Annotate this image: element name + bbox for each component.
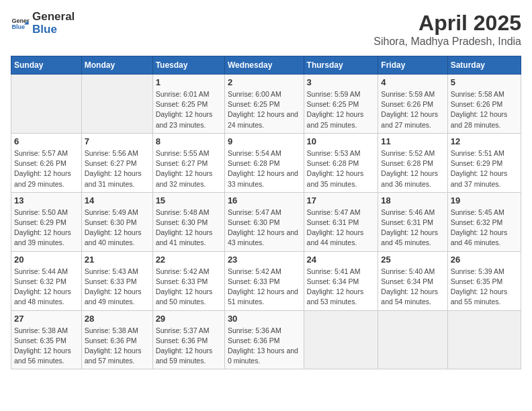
- cell-date: 14: [85, 195, 150, 205]
- cell-date: 7: [85, 136, 150, 146]
- cell-date: 25: [381, 255, 444, 265]
- main-title: April 2025: [373, 11, 521, 36]
- weekday-header: Tuesday: [152, 56, 224, 75]
- cell-date: 28: [85, 314, 150, 324]
- title-area: April 2025 Sihora, Madhya Pradesh, India: [373, 11, 521, 48]
- calendar-cell: 2Sunrise: 6:00 AM Sunset: 6:25 PM Daylig…: [224, 75, 304, 134]
- calendar-cell: 21Sunrise: 5:43 AM Sunset: 6:33 PM Dayli…: [81, 251, 152, 310]
- cell-date: 21: [85, 255, 150, 265]
- cell-info: Sunrise: 5:47 AM Sunset: 6:30 PM Dayligh…: [228, 208, 301, 248]
- calendar-cell: [447, 310, 521, 369]
- cell-info: Sunrise: 5:37 AM Sunset: 6:36 PM Dayligh…: [156, 326, 222, 367]
- calendar-cell: 13Sunrise: 5:50 AM Sunset: 6:29 PM Dayli…: [11, 192, 82, 251]
- svg-text:Blue: Blue: [11, 24, 25, 30]
- cell-date: 1: [156, 77, 222, 87]
- cell-info: Sunrise: 5:54 AM Sunset: 6:28 PM Dayligh…: [228, 148, 301, 189]
- calendar-cell: 6Sunrise: 5:57 AM Sunset: 6:26 PM Daylig…: [11, 133, 82, 192]
- calendar-cell: 9Sunrise: 5:54 AM Sunset: 6:28 PM Daylig…: [224, 133, 304, 192]
- calendar-cell: [378, 310, 447, 369]
- calendar-cell: 30Sunrise: 5:36 AM Sunset: 6:36 PM Dayli…: [224, 310, 304, 369]
- cell-info: Sunrise: 5:47 AM Sunset: 6:31 PM Dayligh…: [307, 208, 375, 248]
- cell-info: Sunrise: 5:46 AM Sunset: 6:31 PM Dayligh…: [381, 208, 444, 248]
- cell-info: Sunrise: 5:42 AM Sunset: 6:33 PM Dayligh…: [156, 267, 222, 308]
- logo-general-text: General: [32, 11, 75, 24]
- cell-info: Sunrise: 5:42 AM Sunset: 6:33 PM Dayligh…: [228, 267, 301, 308]
- cell-date: 20: [14, 255, 79, 265]
- weekday-header: Monday: [81, 56, 152, 75]
- calendar-cell: 23Sunrise: 5:42 AM Sunset: 6:33 PM Dayli…: [224, 251, 304, 310]
- cell-info: Sunrise: 5:57 AM Sunset: 6:26 PM Dayligh…: [14, 148, 79, 189]
- calendar-cell: 4Sunrise: 5:59 AM Sunset: 6:26 PM Daylig…: [378, 75, 447, 134]
- calendar-cell: 3Sunrise: 5:59 AM Sunset: 6:25 PM Daylig…: [304, 75, 378, 134]
- calendar-cell: 12Sunrise: 5:51 AM Sunset: 6:29 PM Dayli…: [447, 133, 521, 192]
- cell-date: 23: [228, 255, 301, 265]
- cell-info: Sunrise: 5:41 AM Sunset: 6:34 PM Dayligh…: [307, 267, 375, 308]
- cell-date: 15: [156, 195, 222, 205]
- calendar-week-row: 20Sunrise: 5:44 AM Sunset: 6:32 PM Dayli…: [11, 251, 521, 310]
- calendar-cell: 22Sunrise: 5:42 AM Sunset: 6:33 PM Dayli…: [152, 251, 224, 310]
- cell-date: 19: [451, 195, 518, 205]
- cell-date: 5: [451, 77, 518, 87]
- cell-info: Sunrise: 6:00 AM Sunset: 6:25 PM Dayligh…: [228, 89, 301, 130]
- calendar-cell: 1Sunrise: 6:01 AM Sunset: 6:25 PM Daylig…: [152, 75, 224, 134]
- calendar-week-row: 6Sunrise: 5:57 AM Sunset: 6:26 PM Daylig…: [11, 133, 521, 192]
- header: General Blue General Blue April 2025 Sih…: [11, 11, 521, 48]
- cell-date: 2: [228, 77, 301, 87]
- calendar-cell: 19Sunrise: 5:45 AM Sunset: 6:32 PM Dayli…: [447, 192, 521, 251]
- cell-date: 4: [381, 77, 444, 87]
- calendar-cell: 10Sunrise: 5:53 AM Sunset: 6:28 PM Dayli…: [304, 133, 378, 192]
- calendar-table: SundayMondayTuesdayWednesdayThursdayFrid…: [11, 56, 521, 369]
- calendar-cell: 29Sunrise: 5:37 AM Sunset: 6:36 PM Dayli…: [152, 310, 224, 369]
- calendar-cell: 16Sunrise: 5:47 AM Sunset: 6:30 PM Dayli…: [224, 192, 304, 251]
- weekday-header: Saturday: [447, 56, 521, 75]
- calendar-cell: 7Sunrise: 5:56 AM Sunset: 6:27 PM Daylig…: [81, 133, 152, 192]
- logo: General Blue General Blue: [11, 11, 75, 36]
- cell-info: Sunrise: 5:58 AM Sunset: 6:26 PM Dayligh…: [451, 89, 518, 130]
- cell-info: Sunrise: 5:55 AM Sunset: 6:27 PM Dayligh…: [156, 148, 222, 189]
- cell-date: 16: [228, 195, 301, 205]
- calendar-cell: 25Sunrise: 5:40 AM Sunset: 6:34 PM Dayli…: [378, 251, 447, 310]
- cell-date: 17: [307, 195, 375, 205]
- calendar-cell: 14Sunrise: 5:49 AM Sunset: 6:30 PM Dayli…: [81, 192, 152, 251]
- calendar-cell: 24Sunrise: 5:41 AM Sunset: 6:34 PM Dayli…: [304, 251, 378, 310]
- calendar-cell: [11, 75, 82, 134]
- cell-date: 26: [451, 255, 518, 265]
- calendar-cell: 11Sunrise: 5:52 AM Sunset: 6:28 PM Dayli…: [378, 133, 447, 192]
- calendar-cell: 5Sunrise: 5:58 AM Sunset: 6:26 PM Daylig…: [447, 75, 521, 134]
- cell-info: Sunrise: 5:39 AM Sunset: 6:35 PM Dayligh…: [451, 267, 518, 308]
- cell-info: Sunrise: 5:43 AM Sunset: 6:33 PM Dayligh…: [85, 267, 150, 308]
- cell-info: Sunrise: 5:51 AM Sunset: 6:29 PM Dayligh…: [451, 148, 518, 189]
- cell-info: Sunrise: 5:56 AM Sunset: 6:27 PM Dayligh…: [85, 148, 150, 189]
- cell-date: 13: [14, 195, 79, 205]
- weekday-header: Thursday: [304, 56, 378, 75]
- cell-info: Sunrise: 5:44 AM Sunset: 6:32 PM Dayligh…: [14, 267, 79, 308]
- weekday-header: Sunday: [11, 56, 82, 75]
- logo-icon: General Blue: [11, 14, 30, 33]
- calendar-week-row: 27Sunrise: 5:38 AM Sunset: 6:35 PM Dayli…: [11, 310, 521, 369]
- cell-info: Sunrise: 5:59 AM Sunset: 6:26 PM Dayligh…: [381, 89, 444, 130]
- cell-info: Sunrise: 5:52 AM Sunset: 6:28 PM Dayligh…: [381, 148, 444, 189]
- calendar-cell: 28Sunrise: 5:38 AM Sunset: 6:36 PM Dayli…: [81, 310, 152, 369]
- calendar-cell: 26Sunrise: 5:39 AM Sunset: 6:35 PM Dayli…: [447, 251, 521, 310]
- cell-info: Sunrise: 5:40 AM Sunset: 6:34 PM Dayligh…: [381, 267, 444, 308]
- cell-date: 18: [381, 195, 444, 205]
- subtitle: Sihora, Madhya Pradesh, India: [373, 36, 521, 48]
- weekday-header: Wednesday: [224, 56, 304, 75]
- cell-info: Sunrise: 5:45 AM Sunset: 6:32 PM Dayligh…: [451, 208, 518, 248]
- cell-info: Sunrise: 5:48 AM Sunset: 6:30 PM Dayligh…: [156, 208, 222, 248]
- weekday-header: Friday: [378, 56, 447, 75]
- cell-date: 29: [156, 314, 222, 324]
- cell-date: 3: [307, 77, 375, 87]
- calendar-cell: 15Sunrise: 5:48 AM Sunset: 6:30 PM Dayli…: [152, 192, 224, 251]
- cell-date: 24: [307, 255, 375, 265]
- calendar-cell: 27Sunrise: 5:38 AM Sunset: 6:35 PM Dayli…: [11, 310, 82, 369]
- calendar-cell: 18Sunrise: 5:46 AM Sunset: 6:31 PM Dayli…: [378, 192, 447, 251]
- cell-info: Sunrise: 5:59 AM Sunset: 6:25 PM Dayligh…: [307, 89, 375, 130]
- cell-date: 27: [14, 314, 79, 324]
- calendar-cell: 20Sunrise: 5:44 AM Sunset: 6:32 PM Dayli…: [11, 251, 82, 310]
- cell-date: 30: [228, 314, 301, 324]
- cell-info: Sunrise: 5:49 AM Sunset: 6:30 PM Dayligh…: [85, 208, 150, 248]
- calendar-week-row: 1Sunrise: 6:01 AM Sunset: 6:25 PM Daylig…: [11, 75, 521, 134]
- cell-info: Sunrise: 5:53 AM Sunset: 6:28 PM Dayligh…: [307, 148, 375, 189]
- cell-info: Sunrise: 6:01 AM Sunset: 6:25 PM Dayligh…: [156, 89, 222, 130]
